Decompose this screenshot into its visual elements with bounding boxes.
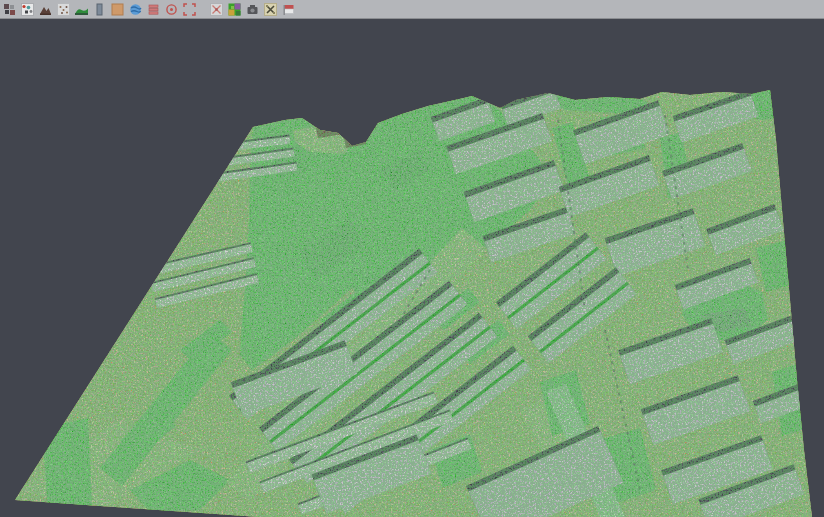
ground-patch-icon[interactable] bbox=[109, 1, 126, 18]
point-cloud-scene bbox=[0, 20, 824, 517]
classify-points-icon[interactable] bbox=[19, 1, 36, 18]
toolbar bbox=[0, 0, 824, 19]
camera-icon[interactable] bbox=[244, 1, 261, 18]
globe-icon[interactable] bbox=[127, 1, 144, 18]
profile-bar-icon[interactable] bbox=[91, 1, 108, 18]
layer-stack-icon[interactable] bbox=[145, 1, 162, 18]
point-cloud-viewport[interactable] bbox=[0, 20, 824, 517]
measure-cross-icon[interactable] bbox=[262, 1, 279, 18]
flag-icon[interactable] bbox=[280, 1, 297, 18]
scatter-points-icon[interactable] bbox=[55, 1, 72, 18]
classification-palette-icon[interactable] bbox=[226, 1, 243, 18]
select-points-icon[interactable] bbox=[1, 1, 18, 18]
terrain-icon[interactable] bbox=[73, 1, 90, 18]
target-icon[interactable] bbox=[163, 1, 180, 18]
mountain-icon[interactable] bbox=[37, 1, 54, 18]
zoom-extents-icon[interactable] bbox=[181, 1, 198, 18]
crosshair-icon[interactable] bbox=[208, 1, 225, 18]
toolbar-separator bbox=[199, 1, 208, 18]
